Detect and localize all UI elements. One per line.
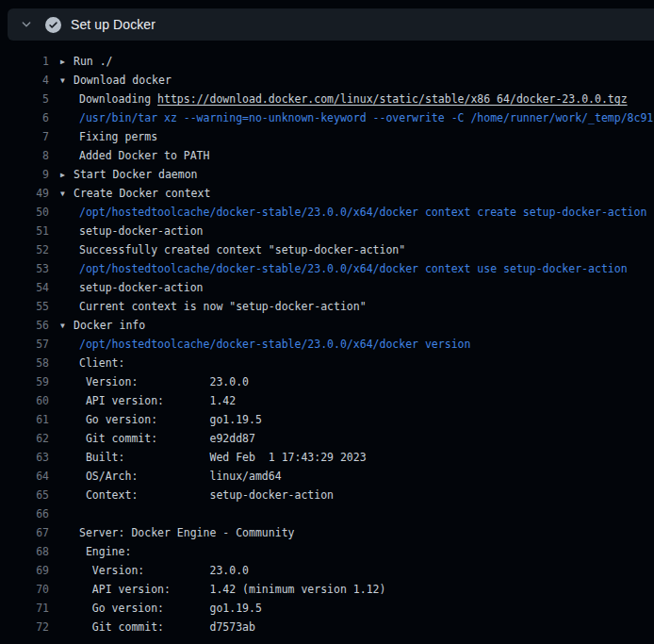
line-content: ▶Start Docker daemon: [60, 165, 198, 184]
log-text: setup-docker-action: [79, 224, 204, 238]
line-number[interactable]: 54: [0, 278, 49, 297]
log-line: 72 Git commit: d7573ab: [0, 618, 654, 636]
line-number[interactable]: 8: [0, 146, 49, 165]
command-text: /opt/hostedtoolcache/docker-stable/23.0.…: [79, 338, 470, 351]
line-number[interactable]: 1: [0, 52, 49, 71]
log-line: 71 Go version: go1.19.5: [0, 599, 654, 618]
log-line: 65 Context: setup-docker-action: [0, 486, 654, 504]
line-content: Version: 23.0.0: [60, 561, 249, 580]
line-number[interactable]: 51: [0, 222, 49, 240]
log-text: Successfully created context "setup-dock…: [79, 243, 405, 256]
chevron-collapsed-icon[interactable]: ▶: [60, 166, 74, 185]
line-number[interactable]: 52: [0, 240, 49, 259]
line-number[interactable]: 7: [0, 127, 49, 146]
log-line: 50/opt/hostedtoolcache/docker-stable/23.…: [0, 203, 654, 222]
log-text: setup-docker-action: [79, 281, 204, 294]
line-content: Client:: [60, 354, 124, 372]
log-text: Version: 23.0.0: [79, 564, 249, 577]
log-line: 67Server: Docker Engine - Community: [0, 523, 654, 542]
log-text: Fixing perms: [79, 130, 157, 143]
log-text: Go version: go1.19.5: [79, 602, 262, 615]
command-text: /opt/hostedtoolcache/docker-stable/23.0.…: [79, 206, 646, 219]
log-text: Built: Wed Feb 1 17:43:29 2023: [79, 451, 367, 464]
step-header[interactable]: Set up Docker: [8, 8, 654, 41]
group-title: Start Docker daemon: [74, 168, 198, 181]
line-number[interactable]: 71: [0, 599, 49, 618]
collapse-step-button[interactable]: [16, 14, 37, 35]
log-line: 59 Version: 23.0.0: [0, 372, 654, 391]
line-number[interactable]: 65: [0, 486, 49, 504]
line-number[interactable]: 62: [0, 429, 49, 448]
line-number[interactable]: 60: [0, 391, 49, 410]
group-title: Download docker: [74, 74, 172, 87]
chevron-expanded-icon[interactable]: ▼: [60, 317, 74, 336]
log-group-line[interactable]: 4▼Download docker: [0, 71, 654, 90]
log-group-line[interactable]: 56▼Docker info: [0, 316, 654, 335]
chevron-expanded-icon[interactable]: ▼: [60, 185, 74, 204]
line-number[interactable]: 58: [0, 354, 49, 372]
line-number[interactable]: 70: [0, 580, 49, 599]
line-number[interactable]: 49: [0, 184, 49, 203]
line-content: setup-docker-action: [60, 278, 204, 297]
log-group-line[interactable]: 49▼Create Docker context: [0, 184, 654, 203]
line-content: Current context is now "setup-docker-act…: [60, 297, 367, 316]
log-line: 69 Version: 23.0.0: [0, 561, 654, 580]
line-content: [60, 504, 79, 523]
line-content: Fixing perms: [60, 127, 157, 146]
log-line: 8Added Docker to PATH: [0, 146, 654, 165]
line-number[interactable]: 9: [0, 165, 49, 184]
log-text: API version: 1.42 (minimum version 1.12): [79, 583, 385, 596]
line-content: Successfully created context "setup-dock…: [60, 240, 405, 259]
log-text: Version: 23.0.0: [79, 375, 249, 388]
chevron-expanded-icon[interactable]: ▼: [60, 72, 74, 91]
line-number[interactable]: 59: [0, 372, 49, 391]
log-line: 66: [0, 504, 654, 523]
log-line: 63 Built: Wed Feb 1 17:43:29 2023: [0, 448, 654, 467]
chevron-collapsed-icon[interactable]: ▶: [60, 53, 74, 72]
line-content: OS/Arch: linux/amd64: [60, 467, 282, 486]
line-content: Downloading https://download.docker.com/…: [60, 90, 628, 108]
log-text: Server: Docker Engine - Community: [79, 526, 294, 539]
line-content: ▼Create Docker context: [60, 184, 210, 203]
line-number[interactable]: 6: [0, 108, 49, 127]
log-group-line[interactable]: 1▶Run ./: [0, 52, 654, 71]
step-title: Set up Docker: [71, 17, 155, 32]
log-text: Downloading: [79, 92, 157, 106]
log-link[interactable]: https://download.docker.com/linux/static…: [157, 92, 628, 106]
line-number[interactable]: 64: [0, 467, 49, 486]
line-number[interactable]: 67: [0, 523, 49, 542]
log-line: 60 API version: 1.42: [0, 391, 654, 410]
log-line: 6/usr/bin/tar xz --warning=no-unknown-ke…: [0, 108, 654, 127]
log-text: OS/Arch: linux/amd64: [79, 470, 282, 483]
log-line: 52Successfully created context "setup-do…: [0, 240, 654, 259]
line-number[interactable]: 63: [0, 448, 49, 467]
actions-log-viewer: Set up Docker 1▶Run ./4▼Download docker5…: [0, 0, 654, 644]
line-content: /usr/bin/tar xz --warning=no-unknown-key…: [60, 108, 653, 127]
group-title: Run ./: [74, 55, 113, 68]
line-number[interactable]: 5: [0, 90, 49, 108]
log-line: 57/opt/hostedtoolcache/docker-stable/23.…: [0, 335, 654, 354]
line-number[interactable]: 55: [0, 297, 49, 316]
line-number[interactable]: 72: [0, 618, 49, 636]
line-number[interactable]: 53: [0, 259, 49, 278]
line-number[interactable]: 68: [0, 542, 49, 561]
command-text: /opt/hostedtoolcache/docker-stable/23.0.…: [79, 262, 628, 275]
line-number[interactable]: 50: [0, 203, 49, 222]
line-number[interactable]: 66: [0, 504, 49, 523]
line-content: /opt/hostedtoolcache/docker-stable/23.0.…: [60, 259, 628, 278]
line-number[interactable]: 61: [0, 410, 49, 429]
line-number[interactable]: 57: [0, 335, 49, 354]
line-number[interactable]: 69: [0, 561, 49, 580]
log-line: 70 API version: 1.42 (minimum version 1.…: [0, 580, 654, 599]
log-group-line[interactable]: 9▶Start Docker daemon: [0, 165, 654, 184]
line-number[interactable]: 4: [0, 71, 49, 90]
line-content: Git commit: e92dd87: [60, 429, 255, 448]
log-line: 68 Engine:: [0, 542, 654, 561]
group-title: Create Docker context: [74, 187, 210, 200]
line-number[interactable]: 56: [0, 316, 49, 335]
line-content: API version: 1.42: [60, 391, 236, 410]
log-line: 55Current context is now "setup-docker-a…: [0, 297, 654, 316]
log-line: 58Client:: [0, 354, 654, 372]
log-line: 53/opt/hostedtoolcache/docker-stable/23.…: [0, 259, 654, 278]
line-content: Built: Wed Feb 1 17:43:29 2023: [60, 448, 367, 467]
